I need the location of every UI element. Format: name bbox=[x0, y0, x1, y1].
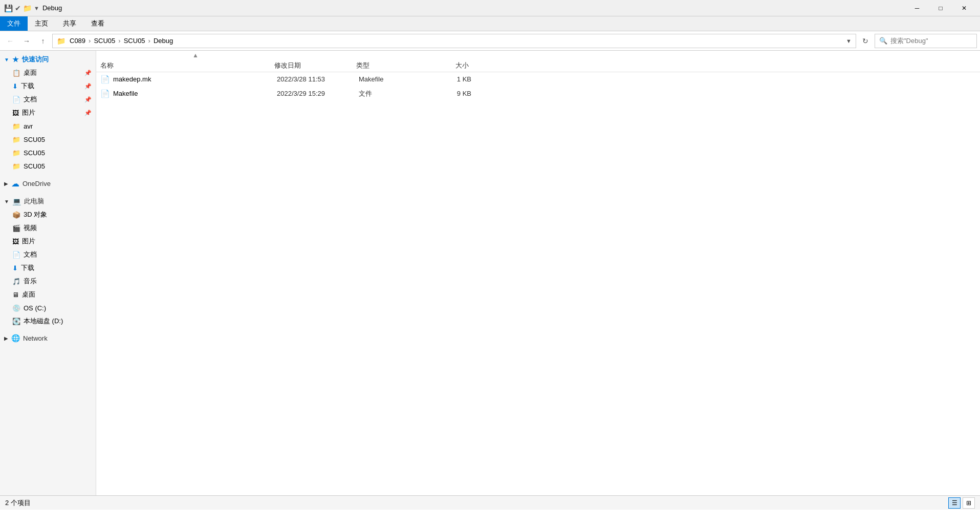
sidebar-item-desktop-qa[interactable]: 📋 桌面 📌 bbox=[0, 66, 96, 79]
sidebar-item-scu05-3[interactable]: 📁 SCU05 bbox=[0, 159, 96, 173]
tab-file[interactable]: 文件 bbox=[0, 16, 28, 31]
col-header-name[interactable]: 名称 bbox=[100, 61, 274, 70]
sidebar-item-downloads-qa[interactable]: ⬇ 下载 📌 bbox=[0, 79, 96, 93]
docs-qa-label: 文档 bbox=[24, 95, 37, 104]
sidebar-item-music[interactable]: 🎵 音乐 bbox=[0, 275, 96, 288]
maximize-button[interactable]: □ bbox=[929, 0, 952, 16]
status-bar-right: ☰ ⊞ bbox=[948, 497, 975, 509]
forward-button[interactable]: → bbox=[19, 34, 34, 48]
sidebar-item-videos[interactable]: 🎬 视频 bbox=[0, 221, 96, 235]
tab-share[interactable]: 共享 bbox=[56, 16, 84, 31]
os-c-icon: 💿 bbox=[12, 304, 20, 312]
path-c089[interactable]: C089 bbox=[70, 37, 85, 45]
sidebar-item-downloads[interactable]: ⬇ 下载 bbox=[0, 261, 96, 275]
sidebar-section-quick-access[interactable]: ▼ ★ 快速访问 bbox=[0, 53, 96, 66]
documents-label: 文档 bbox=[24, 250, 37, 259]
divider-1 bbox=[0, 173, 96, 177]
sidebar-onedrive[interactable]: ▶ ☁ OneDrive bbox=[0, 177, 96, 191]
downloads-icon: ⬇ bbox=[12, 264, 18, 272]
sidebar-item-avr[interactable]: 📁 avr bbox=[0, 119, 96, 133]
pictures-label: 图片 bbox=[22, 237, 35, 246]
sidebar-item-scu05-1[interactable]: 📁 SCU05 bbox=[0, 133, 96, 146]
sidebar-item-3d-objects[interactable]: 📦 3D 对象 bbox=[0, 208, 96, 221]
large-icons-view-button[interactable]: ⊞ bbox=[963, 497, 975, 509]
thispc-icon: 💻 bbox=[12, 197, 21, 205]
file-list-header: 名称 修改日期 类型 大小 bbox=[96, 59, 980, 72]
file-type-makefile: 文件 bbox=[359, 89, 430, 98]
local-d-icon: 💽 bbox=[12, 318, 20, 325]
sidebar-item-os-c[interactable]: 💿 OS (C:) bbox=[0, 301, 96, 315]
file-name-makedep: makedep.mk bbox=[113, 75, 277, 83]
music-icon: 🎵 bbox=[12, 278, 20, 285]
file-icon-makefile: 📄 bbox=[100, 89, 110, 98]
path-scu05-2[interactable]: SCU05 bbox=[124, 37, 145, 45]
downloads-qa-label: 下载 bbox=[21, 81, 34, 91]
scu05-2-label: SCU05 bbox=[24, 149, 45, 157]
music-label: 音乐 bbox=[24, 277, 37, 286]
tab-view[interactable]: 查看 bbox=[84, 16, 112, 31]
3d-objects-label: 3D 对象 bbox=[24, 210, 47, 219]
file-date-makefile: 2022/3/29 15:29 bbox=[277, 90, 359, 97]
path-scu05-1[interactable]: SCU05 bbox=[94, 37, 115, 45]
ribbon-tabs: 文件 主页 共享 查看 bbox=[0, 16, 980, 31]
title-bar-controls: ─ □ ✕ bbox=[905, 0, 976, 16]
scu05-1-icon: 📁 bbox=[12, 136, 20, 143]
col-header-type[interactable]: 类型 bbox=[356, 61, 428, 70]
file-list: ▲ 名称 修改日期 类型 大小 📄 makedep.mk 2022/3/28 1… bbox=[96, 51, 980, 495]
quick-access-section-arrow: ▼ bbox=[4, 57, 9, 62]
divider-2 bbox=[0, 191, 96, 195]
sidebar-item-scu05-2[interactable]: 📁 SCU05 bbox=[0, 146, 96, 159]
search-input[interactable] bbox=[890, 37, 976, 45]
status-bar: 2 个项目 ☰ ⊞ bbox=[0, 495, 980, 510]
pin-icon-docs: 📌 bbox=[84, 96, 92, 103]
folder-icon-title: 📁 bbox=[23, 4, 32, 12]
sidebar-item-pictures[interactable]: 🖼 图片 bbox=[0, 235, 96, 248]
pin-icon-desktop: 📌 bbox=[84, 70, 92, 76]
downloads-qa-icon: ⬇ bbox=[12, 82, 18, 90]
documents-icon: 📄 bbox=[12, 251, 20, 259]
title-text: Debug bbox=[42, 4, 62, 12]
table-row[interactable]: 📄 Makefile 2022/3/29 15:29 文件 9 KB bbox=[96, 87, 980, 101]
address-path[interactable]: 📁 C089 › SCU05 › SCU05 › Debug ▼ bbox=[52, 34, 856, 48]
sidebar-network[interactable]: ▶ 🌐 Network bbox=[0, 332, 96, 344]
title-bar-icons: 💾 ✔ 📁 ▼ bbox=[4, 4, 39, 12]
details-view-button[interactable]: ☰ bbox=[948, 497, 961, 509]
videos-label: 视频 bbox=[24, 223, 37, 233]
videos-icon: 🎬 bbox=[12, 224, 20, 232]
tab-home[interactable]: 主页 bbox=[28, 16, 56, 31]
path-dropdown-arrow[interactable]: ▼ bbox=[846, 38, 852, 44]
table-row[interactable]: 📄 makedep.mk 2022/3/28 11:53 Makefile 1 … bbox=[96, 72, 980, 87]
sort-up-arrow: ▲ bbox=[192, 52, 199, 59]
file-date-makedep: 2022/3/28 11:53 bbox=[277, 75, 359, 83]
title-bar-left: 💾 ✔ 📁 ▼ Debug bbox=[4, 4, 62, 12]
avr-icon: 📁 bbox=[12, 122, 20, 130]
sidebar-this-pc[interactable]: ▼ 💻 此电脑 bbox=[0, 195, 96, 208]
quick-access-icon[interactable]: 💾 bbox=[4, 4, 13, 12]
path-debug[interactable]: Debug bbox=[154, 37, 173, 45]
close-button[interactable]: ✕ bbox=[952, 0, 976, 16]
sidebar-item-local-d[interactable]: 💽 本地磁盘 (D:) bbox=[0, 315, 96, 328]
sidebar-item-documents[interactable]: 📄 文档 bbox=[0, 248, 96, 261]
file-icon-makedep: 📄 bbox=[100, 75, 110, 84]
dropdown-arrow-title[interactable]: ▼ bbox=[34, 5, 39, 11]
file-type-makedep: Makefile bbox=[359, 75, 430, 83]
pin-icon-pics: 📌 bbox=[84, 110, 92, 116]
3d-objects-icon: 📦 bbox=[12, 211, 20, 219]
scu05-1-label: SCU05 bbox=[24, 136, 45, 143]
up-button[interactable]: ↑ bbox=[36, 34, 50, 48]
quick-save-icon[interactable]: ✔ bbox=[15, 4, 21, 12]
address-bar: ← → ↑ 📁 C089 › SCU05 › SCU05 › Debug ▼ ↻… bbox=[0, 31, 980, 51]
col-header-date[interactable]: 修改日期 bbox=[274, 61, 356, 70]
search-box[interactable]: 🔍 bbox=[875, 34, 977, 48]
sidebar-item-pics-qa[interactable]: 🖼 图片 📌 bbox=[0, 106, 96, 119]
col-header-size[interactable]: 大小 bbox=[428, 61, 469, 70]
os-c-label: OS (C:) bbox=[24, 304, 46, 312]
downloads-label: 下载 bbox=[21, 263, 34, 273]
minimize-button[interactable]: ─ bbox=[905, 0, 929, 16]
sidebar-item-docs-qa[interactable]: 📄 文档 📌 bbox=[0, 93, 96, 106]
back-button[interactable]: ← bbox=[3, 34, 17, 48]
desktop-qa-icon: 📋 bbox=[12, 69, 20, 77]
sidebar-item-desktop[interactable]: 🖥 桌面 bbox=[0, 288, 96, 301]
refresh-button[interactable]: ↻ bbox=[858, 34, 873, 48]
scu05-3-icon: 📁 bbox=[12, 162, 20, 170]
